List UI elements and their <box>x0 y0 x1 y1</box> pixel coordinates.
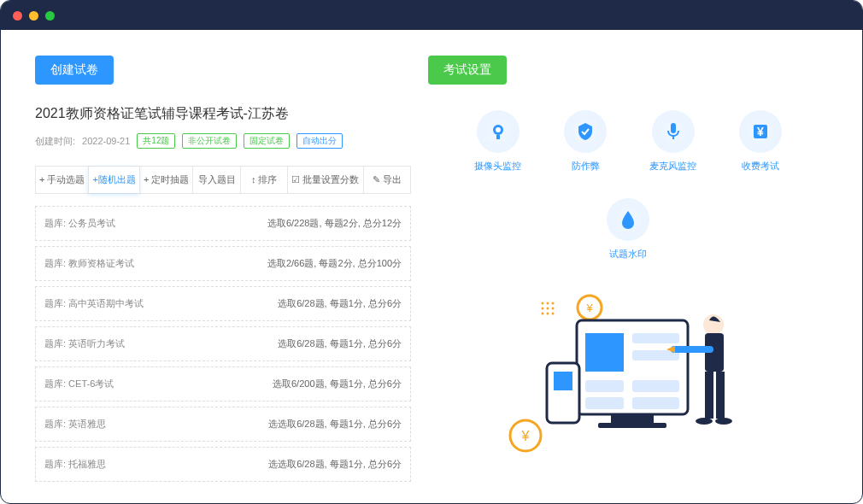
bank-stat: 选选取6/28题, 每题1分, 总分6分 <box>268 458 402 471</box>
tab-sort[interactable]: ↕ 排序 <box>240 167 288 193</box>
svg-rect-2 <box>496 135 500 139</box>
exam-settings-panel: 考试设置 摄像头监控防作弊麦克风监控¥收费考试试题水印 ¥ ¥ <box>428 56 828 478</box>
exam-settings-button[interactable]: 考试设置 <box>428 56 507 85</box>
tab-timed[interactable]: + 定时抽题 <box>139 167 192 193</box>
bank-name: 题库: 公务员考试 <box>44 217 115 230</box>
svg-point-33 <box>552 302 555 305</box>
svg-point-38 <box>547 313 549 315</box>
svg-rect-19 <box>585 397 624 409</box>
svg-rect-25 <box>671 346 713 353</box>
tag-autoscore: 自动出分 <box>296 133 343 149</box>
svg-rect-3 <box>671 123 676 133</box>
table-row[interactable]: 题库: CET-6考试选取6/200题, 每题1分, 总分6分 <box>35 366 411 401</box>
bank-name: 题库: 英语听力考试 <box>44 337 125 350</box>
svg-point-35 <box>547 308 549 310</box>
feature-camera[interactable]: 摄像头监控 <box>474 110 521 173</box>
svg-point-34 <box>542 308 544 310</box>
maximize-icon[interactable] <box>45 11 55 21</box>
tag-visibility: 非公开试卷 <box>182 133 237 149</box>
tag-type: 固定试卷 <box>244 133 290 149</box>
bank-stat: 选选取6/28题, 每题1分, 总分6分 <box>268 418 402 431</box>
feature-label: 收费考试 <box>742 160 779 173</box>
bank-name: 题库: 托福雅思 <box>44 458 106 471</box>
create-exam-panel: 创建试卷 2021教师资格证笔试辅导课程考试-江苏卷 创建时间: 2022-09… <box>35 56 411 478</box>
table-row[interactable]: 题库: 高中英语期中考试选取6/28题, 每题1分, 总分6分 <box>35 286 411 321</box>
svg-point-29 <box>696 418 713 425</box>
feature-label: 麦克风监控 <box>649 160 696 173</box>
bank-stat: 选取2/66题, 每题2分, 总分100分 <box>267 257 402 270</box>
tag-question-count: 共12题 <box>137 133 175 149</box>
svg-rect-15 <box>632 333 679 343</box>
table-row[interactable]: 题库: 英语听力考试选取6/28题, 每题1分, 总分6分 <box>35 326 411 361</box>
illustration: ¥ ¥ <box>428 286 828 457</box>
tab-manual[interactable]: + 手动选题 <box>35 167 88 193</box>
question-tabs: + 手动选题 +随机出题 + 定时抽题 导入题目 ↕ 排序 ☑ 批量设置分数 ✎… <box>35 166 411 194</box>
feature-drop[interactable]: 试题水印 <box>607 198 649 261</box>
tab-export[interactable]: ✎ 导出 <box>363 167 411 193</box>
shield-icon <box>564 110 607 153</box>
tab-random[interactable]: +随机出题 <box>88 167 138 193</box>
svg-point-32 <box>547 302 549 305</box>
feature-mic[interactable]: 麦克风监控 <box>649 110 696 173</box>
table-row[interactable]: 题库: 教师资格证考试选取2/66题, 每题2分, 总分100分 <box>35 246 411 281</box>
svg-rect-14 <box>585 333 624 372</box>
tab-import[interactable]: 导入题目 <box>192 167 240 193</box>
svg-rect-28 <box>716 372 725 419</box>
bank-stat: 选取6/28题, 每题1分, 总分6分 <box>278 297 402 310</box>
svg-rect-4 <box>672 136 674 139</box>
svg-point-37 <box>542 313 544 315</box>
svg-rect-13 <box>598 423 666 428</box>
svg-point-36 <box>552 308 555 310</box>
camera-icon <box>477 110 520 153</box>
feature-label: 防作弊 <box>572 160 600 173</box>
bank-name: 题库: 教师资格证考试 <box>44 257 134 270</box>
svg-rect-22 <box>554 372 572 390</box>
svg-text:¥: ¥ <box>757 125 764 138</box>
bank-name: 题库: 高中英语期中考试 <box>44 297 144 310</box>
table-row[interactable]: 题库: 公务员考试选取6/228题, 每题2分, 总分12分 <box>35 206 411 241</box>
table-row[interactable]: 题库: 托福雅思选选取6/28题, 每题1分, 总分6分 <box>35 447 411 482</box>
bank-stat: 选取6/200题, 每题1分, 总分6分 <box>273 378 402 390</box>
feature-pay[interactable]: ¥收费考试 <box>739 110 782 173</box>
bank-stat: 选取6/28题, 每题1分, 总分6分 <box>278 337 402 350</box>
svg-point-30 <box>715 418 732 425</box>
svg-point-39 <box>552 313 555 315</box>
svg-rect-17 <box>585 380 624 392</box>
svg-text:¥: ¥ <box>521 429 530 443</box>
svg-point-1 <box>496 127 501 132</box>
create-time: 2022-09-21 <box>82 136 130 146</box>
exam-title: 2021教师资格证笔试辅导课程考试-江苏卷 <box>35 105 411 123</box>
table-row[interactable]: 题库: 英语雅思选选取6/28题, 每题1分, 总分6分 <box>35 407 411 442</box>
mic-icon <box>652 110 695 153</box>
bank-name: 题库: CET-6考试 <box>44 378 114 390</box>
svg-rect-27 <box>705 372 713 419</box>
pay-icon: ¥ <box>739 110 782 153</box>
close-icon[interactable] <box>13 11 22 21</box>
svg-rect-12 <box>611 414 654 423</box>
create-exam-button[interactable]: 创建试卷 <box>35 56 114 85</box>
bank-stat: 选取6/228题, 每题2分, 总分12分 <box>267 217 402 230</box>
exam-meta: 创建时间: 2022-09-21 共12题 非公开试卷 固定试卷 自动出分 <box>35 133 411 149</box>
svg-text:¥: ¥ <box>585 302 593 314</box>
tab-batch-score[interactable]: ☑ 批量设置分数 <box>287 167 362 193</box>
feature-label: 试题水印 <box>609 248 647 261</box>
svg-point-31 <box>542 302 544 305</box>
titlebar <box>1 1 862 30</box>
feature-shield[interactable]: 防作弊 <box>564 110 607 173</box>
svg-rect-18 <box>632 380 679 392</box>
svg-rect-20 <box>632 397 679 409</box>
drop-icon <box>607 198 649 241</box>
bank-name: 题库: 英语雅思 <box>44 418 106 431</box>
create-time-label: 创建时间: <box>35 135 75 148</box>
feature-label: 摄像头监控 <box>474 160 521 173</box>
minimize-icon[interactable] <box>29 11 38 21</box>
